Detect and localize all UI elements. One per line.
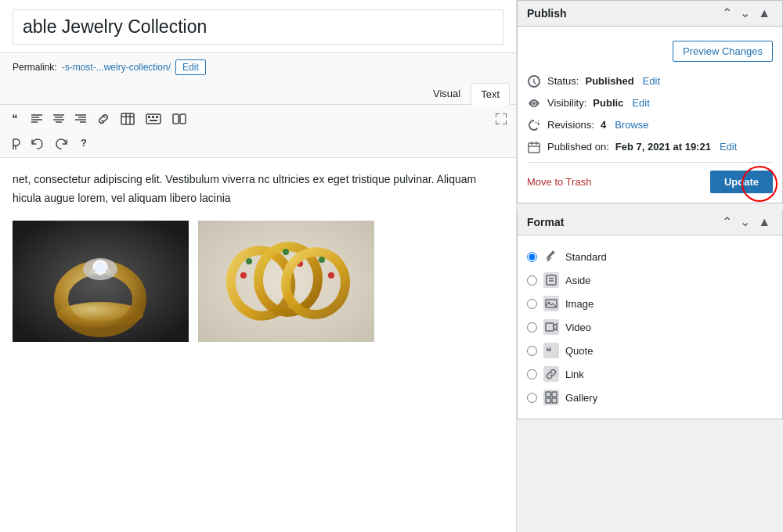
revisions-count: 4 — [601, 119, 606, 131]
align-center-button[interactable] — [49, 108, 69, 130]
svg-rect-45 — [529, 143, 539, 153]
svg-point-43 — [319, 257, 325, 263]
keyboard-button[interactable] — [141, 108, 166, 130]
svg-rect-19 — [156, 116, 158, 118]
format-icon-video — [543, 319, 559, 335]
published-label: Published on: — [547, 141, 609, 153]
format-icon-gallery — [543, 390, 559, 405]
post-title-input[interactable] — [13, 9, 503, 45]
editor-panel: Permalink: -s-most-...welry-collection/ … — [0, 0, 517, 532]
status-icon — [527, 74, 541, 88]
editor-content[interactable]: net, consectetur adipiscing elit. Vestib… — [0, 158, 516, 532]
visibility-value: Public — [593, 97, 623, 109]
format-label-gallery[interactable]: Gallery — [565, 392, 597, 404]
tab-visual[interactable]: Visual — [423, 82, 471, 104]
move-to-trash-link[interactable]: Move to Trash — [527, 176, 591, 188]
format-label-aside[interactable]: Aside — [565, 275, 591, 286]
format-collapse-down-button[interactable]: ⌄ — [738, 216, 752, 228]
format-metabox-header: Format ⌃ ⌄ ▲ — [518, 210, 782, 235]
svg-point-30 — [95, 262, 106, 273]
blockquote-button[interactable]: ❝ — [5, 108, 25, 130]
pagebreak-button[interactable] — [168, 108, 191, 130]
format-label-link[interactable]: Link — [565, 368, 584, 380]
publish-collapse-up-button[interactable]: ⌃ — [720, 7, 734, 20]
svg-rect-50 — [547, 275, 556, 285]
link-button[interactable] — [92, 108, 114, 130]
published-row: Published on: Feb 7, 2021 at 19:21 Edit — [527, 135, 773, 157]
visibility-row: Visibility: Public Edit — [527, 92, 773, 113]
format-option-gallery: Gallery — [527, 386, 773, 409]
permalink-url[interactable]: -s-most-...welry-collection/ — [62, 62, 171, 73]
format-label-image[interactable]: Image — [565, 298, 594, 310]
svg-rect-58 — [552, 392, 557, 397]
svg-point-37 — [246, 258, 252, 264]
align-right-button[interactable] — [70, 108, 91, 130]
format-radio-aside[interactable] — [527, 275, 537, 286]
format-icon-link — [543, 366, 559, 382]
paragraph-button[interactable] — [5, 133, 25, 155]
svg-point-32 — [105, 268, 111, 275]
svg-rect-21 — [173, 114, 179, 124]
table-button[interactable] — [116, 108, 139, 130]
format-label-standard[interactable]: Standard — [565, 251, 607, 263]
format-icon-quote: ❝ — [543, 343, 559, 358]
svg-point-34 — [102, 273, 106, 278]
align-left-button[interactable] — [27, 108, 47, 130]
svg-point-38 — [240, 272, 247, 279]
editor-body-text: net, consectetur adipiscing elit. Vestib… — [13, 171, 503, 208]
format-radio-video[interactable] — [527, 322, 537, 332]
preview-changes-button[interactable]: Preview Changes — [673, 41, 773, 62]
calendar-icon — [527, 139, 541, 153]
format-collapse-up-button[interactable]: ⌃ — [720, 216, 734, 228]
format-radio-image[interactable] — [527, 299, 537, 309]
format-radio-gallery[interactable] — [527, 393, 537, 403]
format-option-video: Video — [527, 315, 773, 339]
publish-metabox-title: Publish — [527, 7, 567, 20]
format-radio-standard[interactable] — [527, 252, 537, 262]
format-radio-quote[interactable] — [527, 346, 537, 356]
status-edit-link[interactable]: Edit — [643, 75, 660, 87]
published-value: Feb 7, 2021 at 19:21 — [615, 141, 711, 153]
tab-text[interactable]: Text — [471, 83, 510, 105]
editor-tabs: Visual Text — [0, 82, 516, 105]
publish-metabox: Publish ⌃ ⌄ ▲ Preview Changes Status: Pu… — [517, 0, 783, 203]
status-label: Status: — [547, 75, 579, 87]
format-hide-button[interactable]: ▲ — [756, 216, 773, 228]
redo-button[interactable] — [50, 133, 72, 155]
status-row: Status: Published Edit — [527, 70, 773, 92]
svg-point-31 — [89, 268, 96, 275]
svg-rect-12 — [121, 113, 134, 124]
format-metabox: Format ⌃ ⌄ ▲ Standard A — [517, 210, 783, 419]
permalink-row: Permalink: -s-most-...welry-collection/ … — [0, 53, 516, 82]
format-label-video[interactable]: Video — [565, 322, 591, 333]
svg-rect-57 — [546, 392, 550, 397]
editor-toolbar: ❝ — [0, 105, 516, 158]
svg-text:❝: ❝ — [546, 346, 552, 357]
visibility-edit-link[interactable]: Edit — [632, 97, 649, 109]
revisions-icon — [527, 117, 541, 131]
format-icon-aside — [543, 272, 559, 288]
svg-rect-20 — [150, 120, 157, 121]
format-label-quote[interactable]: Quote — [565, 345, 593, 357]
published-edit-link[interactable]: Edit — [720, 141, 737, 153]
publish-hide-button[interactable]: ▲ — [756, 7, 773, 20]
format-radio-link[interactable] — [527, 369, 537, 379]
svg-point-40 — [283, 249, 289, 255]
help-button[interactable]: ? — [74, 133, 94, 153]
expand-button[interactable] — [491, 108, 511, 130]
format-metabox-body: Standard Aside Image — [518, 235, 782, 419]
update-button[interactable]: Update — [710, 171, 773, 193]
svg-rect-16 — [146, 114, 161, 124]
publish-metabox-header: Publish ⌃ ⌄ ▲ — [518, 1, 782, 27]
title-area — [0, 0, 516, 53]
svg-rect-59 — [546, 398, 550, 403]
permalink-label: Permalink: — [13, 62, 57, 73]
revisions-browse-link[interactable]: Browse — [615, 119, 648, 131]
format-option-quote: ❝ Quote — [527, 339, 773, 362]
toolbar-row-2: ? — [5, 133, 511, 155]
format-option-link: Link — [527, 362, 773, 386]
image-gallery — [13, 221, 503, 342]
publish-collapse-down-button[interactable]: ⌄ — [738, 7, 752, 20]
undo-button[interactable] — [27, 133, 49, 155]
permalink-edit-button[interactable]: Edit — [175, 59, 206, 75]
